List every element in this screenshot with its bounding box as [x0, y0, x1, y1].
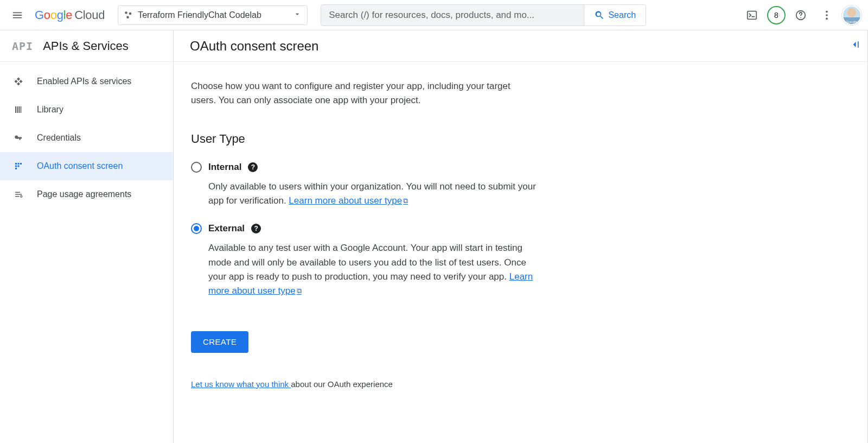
app-header: Google Cloud Terraform FriendlyChat Code… — [0, 0, 868, 30]
free-trial-badge[interactable]: 8 — [767, 6, 786, 24]
google-cloud-logo[interactable]: Google Cloud — [35, 8, 105, 22]
feedback-line: Let us know what you think about our OAu… — [191, 378, 536, 390]
search-bar: Search — [321, 4, 646, 26]
radio-icon — [191, 162, 202, 173]
avatar-org-label: Google — [843, 20, 860, 23]
radio-internal[interactable]: Internal ? — [191, 160, 536, 174]
agreement-icon — [13, 189, 24, 199]
project-name: Terraform FriendlyChat Codelab — [138, 10, 261, 20]
svg-rect-3 — [748, 11, 757, 19]
help-icon[interactable]: ? — [248, 162, 258, 172]
svg-point-5 — [826, 10, 828, 12]
content: Choose how you want to configure and reg… — [174, 62, 553, 408]
help-icon[interactable]: ? — [251, 224, 261, 233]
svg-point-14 — [21, 195, 22, 197]
search-icon — [594, 10, 605, 21]
library-icon — [13, 105, 24, 115]
radio-label: Internal — [208, 160, 241, 174]
trial-count: 8 — [774, 11, 778, 20]
radio-icon — [191, 223, 202, 234]
svg-point-0 — [125, 11, 127, 14]
more-vert-icon — [821, 9, 833, 21]
hamburger-icon — [11, 9, 23, 21]
sidebar-item-label: Credentials — [37, 133, 81, 143]
section-header: API APIs & Services — [0, 30, 173, 62]
external-link-icon: ⧉ — [297, 287, 302, 295]
sidebar-item-enabled-apis[interactable]: Enabled APIs & services — [0, 67, 173, 96]
external-desc-text: Available to any test user with a Google… — [208, 243, 526, 282]
chevron-collapse-icon — [850, 39, 860, 50]
svg-point-7 — [826, 17, 828, 20]
sidebar-item-library[interactable]: Library — [0, 96, 173, 124]
sidebar-item-page-usage[interactable]: Page usage agreements — [0, 180, 173, 208]
radio-label: External — [208, 221, 245, 236]
svg-rect-10 — [20, 163, 22, 164]
hide-info-panel-button[interactable] — [850, 39, 860, 52]
more-button[interactable] — [816, 4, 838, 26]
page-title: OAuth consent screen — [190, 39, 318, 54]
svg-rect-8 — [15, 163, 17, 164]
help-button[interactable] — [790, 4, 812, 26]
nav-menu-button[interactable] — [7, 4, 28, 26]
svg-rect-12 — [18, 166, 20, 167]
terminal-icon — [746, 9, 758, 21]
sidebar: API APIs & Services Enabled APIs & servi… — [0, 30, 174, 443]
sidebar-item-label: OAuth consent screen — [37, 161, 123, 171]
api-logo-icon: API — [12, 40, 33, 53]
svg-point-1 — [129, 12, 132, 15]
radio-external[interactable]: External ? — [191, 221, 536, 236]
internal-learn-more-link[interactable]: Learn more about user type⧉ — [289, 195, 408, 206]
sidebar-item-label: Page usage agreements — [37, 189, 131, 199]
external-description: Available to any test user with a Google… — [208, 241, 536, 298]
page-header: OAuth consent screen — [174, 30, 868, 62]
feedback-rest: about our OAuth experience — [291, 379, 393, 389]
search-input[interactable] — [321, 5, 584, 26]
external-link-icon: ⧉ — [403, 197, 408, 205]
create-button[interactable]: CREATE — [191, 331, 248, 353]
product-name: Cloud — [74, 8, 105, 22]
diamond-icon — [13, 77, 24, 86]
cloud-shell-button[interactable] — [741, 4, 763, 26]
section-title: APIs & Services — [43, 39, 129, 53]
chevron-down-icon — [293, 10, 302, 21]
key-icon — [13, 133, 24, 143]
sidebar-item-label: Enabled APIs & services — [37, 77, 131, 86]
internal-description: Only available to users within your orga… — [208, 180, 536, 208]
project-icon — [124, 10, 133, 20]
project-picker[interactable]: Terraform FriendlyChat Codelab — [118, 5, 308, 25]
sidebar-nav: Enabled APIs & services Library Credenti… — [0, 62, 173, 208]
intro-text: Choose how you want to configure and reg… — [191, 79, 536, 108]
user-type-heading: User Type — [191, 130, 536, 148]
svg-point-2 — [126, 16, 129, 18]
search-button-label: Search — [608, 10, 636, 20]
svg-rect-9 — [18, 163, 20, 164]
svg-rect-13 — [15, 168, 17, 169]
sidebar-item-label: Library — [37, 105, 63, 115]
account-avatar[interactable]: Google — [842, 5, 861, 25]
svg-point-6 — [826, 14, 828, 16]
main-panel: OAuth consent screen Choose how you want… — [174, 30, 868, 443]
feedback-link[interactable]: Let us know what you think — [191, 379, 291, 389]
svg-rect-11 — [15, 166, 17, 167]
help-icon — [795, 9, 807, 21]
sidebar-item-oauth-consent[interactable]: OAuth consent screen — [0, 152, 173, 180]
search-button[interactable]: Search — [584, 5, 646, 26]
consent-icon — [13, 161, 24, 171]
sidebar-item-credentials[interactable]: Credentials — [0, 124, 173, 152]
